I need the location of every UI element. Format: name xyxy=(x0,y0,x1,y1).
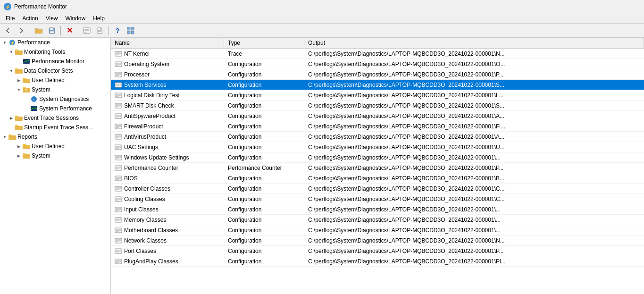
table-row[interactable]: BIOSConfigurationC:\perflogs\System\Diag… xyxy=(111,173,644,184)
menu-window[interactable]: Window xyxy=(62,14,90,23)
table-row[interactable]: Network ClassesConfigurationC:\perflogs\… xyxy=(111,235,644,246)
table-row[interactable]: Performance CounterPerformance CounterC:… xyxy=(111,163,644,173)
sidebar-item-system-diagnostics[interactable]: ▶ i System Diagnostics xyxy=(0,94,110,104)
cell-type: Configuration xyxy=(224,70,304,79)
table-row[interactable]: Motherboard ClassesConfigurationC:\perfl… xyxy=(111,225,644,235)
col-header-output[interactable]: Output xyxy=(304,38,644,48)
cell-output: C:\perflogs\System\Diagnostics\LAPTOP-MQ… xyxy=(304,70,644,79)
cell-name: Controller Classes xyxy=(111,184,224,193)
row-icon xyxy=(115,143,122,151)
table-row[interactable]: SMART Disk CheckConfigurationC:\perflogs… xyxy=(111,101,644,111)
svg-text:⚡: ⚡ xyxy=(5,4,11,10)
table-row[interactable]: Logical Disk Dirty TestConfigurationC:\p… xyxy=(111,90,644,101)
cell-name: Performance Counter xyxy=(111,163,224,173)
svg-rect-13 xyxy=(127,27,130,30)
row-icon xyxy=(115,227,122,234)
table-row[interactable]: Input ClassesConfigurationC:\perflogs\Sy… xyxy=(111,204,644,215)
table-row[interactable]: UAC SettingsConfigurationC:\perflogs\Sys… xyxy=(111,142,644,152)
cell-name-text: Processor xyxy=(124,71,150,78)
sidebar-item-system-2[interactable]: ▶ System xyxy=(0,151,110,160)
cell-name-text: NT Kernel xyxy=(124,50,150,57)
sidebar-item-reports[interactable]: ▼ Reports xyxy=(0,132,110,142)
sidebar-item-system[interactable]: ▼ System xyxy=(0,85,110,94)
sidebar-item-startup-ets[interactable]: ▶ Startup Event Trace Sess... xyxy=(0,123,110,132)
table-row[interactable]: AntiSpywareProductConfigurationC:\perflo… xyxy=(111,111,644,121)
cell-output: C:\perflogs\System\Diagnostics\LAPTOP-MQ… xyxy=(304,91,644,100)
cell-type: Configuration xyxy=(224,257,304,266)
sidebar-item-data-collector-sets[interactable]: ▼ Data Collector Sets xyxy=(0,66,110,76)
table-row[interactable]: ProcessorConfigurationC:\perflogs\System… xyxy=(111,69,644,80)
row-icon xyxy=(115,216,122,224)
open-button[interactable] xyxy=(33,25,45,36)
list-rows-container: NT KernelTraceC:\perflogs\System\Diagnos… xyxy=(111,49,644,267)
open-icon xyxy=(34,27,43,34)
expand-system2: ▶ xyxy=(15,152,23,160)
expand-performance: ▼ xyxy=(1,39,8,46)
main-container: ▼ ⚡ Performance ▼ Monitoring Tools ▶ xyxy=(0,38,644,294)
dcs-folder-icon xyxy=(15,67,23,75)
table-row[interactable]: Memory ClassesConfigurationC:\perflogs\S… xyxy=(111,215,644,225)
view-button[interactable] xyxy=(125,25,137,36)
sidebar-item-performance-monitor[interactable]: ▶ Performance Monitor xyxy=(0,57,110,66)
menu-help[interactable]: Help xyxy=(89,14,109,23)
table-row[interactable]: Cooling ClassesConfigurationC:\perflogs\… xyxy=(111,194,644,204)
cell-name: PlugAndPlay Classes xyxy=(111,257,224,266)
row-icon xyxy=(115,258,122,265)
cell-type: Configuration xyxy=(224,133,304,141)
cell-output: C:\perflogs\System\Diagnostics\LAPTOP-MQ… xyxy=(304,143,644,151)
table-row[interactable]: Windows Update SettingsConfigurationC:\p… xyxy=(111,152,644,163)
cell-type: Trace xyxy=(224,50,304,58)
back-button[interactable] xyxy=(2,25,14,36)
list-header: Name Type Output xyxy=(111,38,644,49)
sidebar-item-event-trace[interactable]: ▶ Event Trace Sessions xyxy=(0,113,110,123)
sidebar-item-user-defined-2[interactable]: ▶ User Defined xyxy=(0,142,110,151)
table-row[interactable]: Port ClassesConfigurationC:\perflogs\Sys… xyxy=(111,246,644,256)
cell-name: Processor xyxy=(111,70,224,79)
col-header-name[interactable]: Name xyxy=(111,38,224,48)
col-header-type[interactable]: Type xyxy=(224,38,304,48)
performance-label: Performance xyxy=(17,39,50,46)
row-icon xyxy=(115,123,122,130)
cell-name-text: Network Classes xyxy=(124,237,167,244)
row-icon xyxy=(115,164,122,172)
cell-name-text: Controller Classes xyxy=(124,185,170,192)
sidebar-item-monitoring-tools[interactable]: ▼ Monitoring Tools xyxy=(0,47,110,57)
table-row[interactable]: Operating SystemConfigurationC:\perflogs… xyxy=(111,59,644,69)
table-row[interactable]: System ServicesConfigurationC:\perflogs\… xyxy=(111,80,644,90)
sidebar-item-performance[interactable]: ▼ ⚡ Performance xyxy=(0,38,110,47)
performance-icon: ⚡ xyxy=(8,39,16,46)
sidebar-item-user-defined-1[interactable]: ▶ User Defined xyxy=(0,76,110,85)
back-icon xyxy=(4,27,12,34)
properties-button[interactable] xyxy=(81,25,93,36)
system-label: System xyxy=(32,86,50,93)
sidebar-item-system-performance[interactable]: ▶ System Performance xyxy=(0,104,110,113)
cell-name-text: BIOS xyxy=(124,175,138,182)
title-bar: ⚡ Performance Monitor xyxy=(0,0,644,13)
save-button[interactable] xyxy=(46,25,58,36)
table-row[interactable]: PlugAndPlay ClassesConfigurationC:\perfl… xyxy=(111,256,644,267)
svg-rect-30 xyxy=(23,145,30,149)
svg-rect-22 xyxy=(23,79,30,83)
cell-name-text: Operating System xyxy=(124,61,169,67)
delete-button[interactable]: ✕ xyxy=(63,25,75,36)
help-button[interactable]: ? xyxy=(111,25,124,36)
cell-name: Port Classes xyxy=(111,246,224,256)
table-row[interactable]: NT KernelTraceC:\perflogs\System\Diagnos… xyxy=(111,49,644,59)
ets-label: Event Trace Sessions xyxy=(24,115,79,121)
cell-name-text: Motherboard Classes xyxy=(124,227,178,234)
new-button[interactable] xyxy=(94,25,106,36)
menu-action[interactable]: Action xyxy=(18,14,42,23)
menu-view[interactable]: View xyxy=(42,14,62,23)
svg-rect-4 xyxy=(50,28,53,30)
table-row[interactable]: AntiVirusProductConfigurationC:\perflogs… xyxy=(111,132,644,142)
cell-name-text: Performance Counter xyxy=(124,165,178,171)
svg-rect-14 xyxy=(131,27,134,30)
forward-button[interactable] xyxy=(15,25,27,36)
menu-file[interactable]: File xyxy=(2,14,18,23)
toolbar: ✕ ? xyxy=(0,24,644,38)
cell-name-text: AntiVirusProduct xyxy=(124,134,166,140)
table-row[interactable]: FirewallProductConfigurationC:\perflogs\… xyxy=(111,121,644,132)
svg-rect-27 xyxy=(15,117,23,121)
row-icon xyxy=(115,133,122,141)
table-row[interactable]: Controller ClassesConfigurationC:\perflo… xyxy=(111,184,644,194)
